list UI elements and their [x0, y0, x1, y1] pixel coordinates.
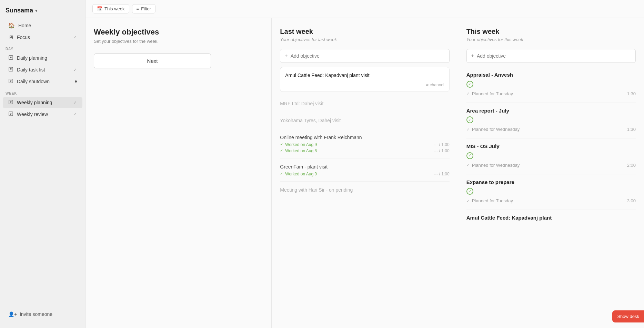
this-week-column: This week Your objectives for this week … — [458, 18, 644, 328]
sidebar-item-home-label: Home — [18, 23, 31, 28]
hari-title: Meeting with Hari Sir - on pending — [280, 186, 449, 194]
worked-aug8-row: ✓ Worked on Aug 8 --- / 1:00 — [280, 148, 449, 154]
filter-button[interactable]: ≡ Filter — [132, 4, 155, 13]
sidebar-item-daily-planning-label: Daily planning — [17, 55, 47, 61]
last-week-objective-online-meeting[interactable]: Online meeting with Frank Reichmann ✓ Wo… — [280, 129, 449, 158]
mis-os-planned-check-icon: ✓ — [466, 163, 470, 167]
area-report-planned: ✓ Planned for Wednesday 1:30 — [466, 125, 636, 133]
sidebar-item-daily-task-list-label: Daily task list — [17, 67, 45, 73]
weekly-review-icon — [8, 111, 13, 117]
sidebar-item-daily-planning[interactable]: Daily planning — [3, 52, 82, 64]
online-meeting-title: Online meeting with Frank Reichmann — [280, 133, 449, 142]
invite-someone-button[interactable]: 👤+ Invite someone — [3, 309, 82, 320]
section-week-label: WEEK — [0, 87, 85, 97]
filter-label: Filter — [141, 6, 151, 11]
mis-os-title: MIS - OS July — [466, 143, 636, 149]
task-list-check-icon: ✓ — [73, 67, 77, 72]
this-week-add-objective-button[interactable]: + Add objective — [466, 49, 636, 63]
last-week-objective-greenfam[interactable]: GreenFam - plant visit ✓ Worked on Aug 9… — [280, 158, 449, 182]
last-week-objective-yokohama[interactable]: Yokohama Tyres, Dahej visit — [280, 112, 449, 129]
main-content: 📅 This week ≡ Filter Weekly objectives S… — [85, 0, 644, 328]
greenfam-check-icon: ✓ — [280, 172, 283, 176]
amul-card-meta: # channel — [285, 83, 444, 87]
worked-aug9-row: ✓ Worked on Aug 9 --- / 1:00 — [280, 142, 449, 148]
task-list-icon — [8, 67, 13, 73]
appraisal-planned: ✓ Planned for Tuesday 1:30 — [466, 90, 636, 98]
yokohama-title: Yokohama Tyres, Dahej visit — [280, 116, 449, 125]
worked-aug8-label: Worked on Aug 8 — [285, 148, 317, 153]
expanse-circle-icon[interactable]: ✓ — [466, 188, 473, 195]
expanse-planned-time: 3:00 — [627, 198, 636, 203]
expanse-planned-label: Planned for Tuesday — [472, 198, 513, 203]
filter-icon: ≡ — [137, 6, 139, 11]
sidebar-item-focus-label: Focus — [17, 35, 30, 40]
area-report-planned-label: Planned for Wednesday — [472, 127, 520, 132]
worked-aug9-time: --- / 1:00 — [434, 142, 449, 147]
appraisal-planned-time: 1:30 — [627, 91, 636, 96]
app-logo[interactable]: Sunsama ▾ — [0, 6, 85, 20]
last-week-add-objective-label: Add objective — [291, 53, 320, 59]
amul-card-title: Amul Cattle Feed: Kapadvanj plant visit — [285, 72, 444, 79]
focus-check-icon: ✓ — [73, 35, 77, 40]
shutdown-icon — [8, 78, 13, 85]
last-week-objective-mrf[interactable]: MRF Ltd: Dahej visit — [280, 95, 449, 112]
expanse-title: Expanse to prepare — [466, 179, 636, 185]
channel-hash-icon: # — [426, 83, 429, 87]
plus-icon2: + — [471, 53, 474, 59]
this-week-objective-amul-cattle[interactable]: Amul Cattle Feed: Kapadvanj plant — [466, 210, 636, 228]
this-week-title: This week — [466, 28, 636, 36]
last-week-objective-hari[interactable]: Meeting with Hari Sir - on pending — [280, 182, 449, 198]
invite-label: Invite someone — [20, 311, 52, 317]
worked-check-icon: ✓ — [280, 142, 283, 147]
home-icon: 🏠 — [8, 22, 15, 29]
columns: Weekly objectives Set your objectives fo… — [85, 18, 644, 328]
sidebar-item-focus[interactable]: 🖥 Focus ✓ — [3, 32, 82, 42]
last-week-title: Last week — [280, 28, 449, 36]
sidebar-item-daily-task-list[interactable]: Daily task list ✓ — [3, 64, 82, 75]
expanse-planned: ✓ Planned for Tuesday 3:00 — [466, 197, 636, 205]
sidebar-item-daily-shutdown-label: Daily shutdown — [17, 79, 50, 84]
this-week-objective-appraisal[interactable]: Appraisal - Anvesh ✓ ✓ Planned for Tuesd… — [466, 67, 636, 103]
sidebar-bottom: 👤+ Invite someone — [0, 306, 85, 322]
this-week-button[interactable]: 📅 This week — [92, 4, 129, 13]
sidebar-item-weekly-planning-label: Weekly planning — [17, 100, 52, 105]
this-week-subtitle: Your objectives for this week — [466, 37, 636, 42]
clipboard-icon — [8, 55, 13, 61]
weekly-planning-check-icon: ✓ — [73, 100, 77, 105]
sidebar-item-weekly-planning[interactable]: Weekly planning ✓ — [3, 97, 82, 108]
last-week-objective-amul[interactable]: Amul Cattle Feed: Kapadvanj plant visit … — [280, 67, 449, 92]
weekly-review-check-icon: ✓ — [73, 112, 77, 117]
mrf-title: MRF Ltd: Dahej visit — [280, 99, 449, 108]
next-button[interactable]: Next — [94, 54, 211, 68]
show-desk-button[interactable]: Show desk — [612, 310, 644, 322]
mis-os-planned-time: 2:00 — [627, 163, 636, 168]
sidebar: Sunsama ▾ 🏠 Home 🖥 Focus ✓ DAY Daily pla… — [0, 0, 85, 328]
add-person-icon: 👤+ — [8, 311, 17, 317]
appraisal-circle-icon[interactable]: ✓ — [466, 81, 473, 88]
greenfam-title: GreenFam - plant visit — [280, 163, 449, 171]
logo-chevron-icon: ▾ — [35, 8, 37, 13]
mis-os-circle-icon[interactable]: ✓ — [466, 152, 473, 159]
appraisal-planned-check-icon: ✓ — [466, 91, 470, 96]
sidebar-item-home[interactable]: 🏠 Home — [3, 20, 82, 31]
area-report-planned-check-icon: ✓ — [466, 127, 470, 132]
last-week-add-objective-button[interactable]: + Add objective — [280, 49, 449, 63]
weekly-objectives-column: Weekly objectives Set your objectives fo… — [85, 18, 272, 328]
last-week-subtitle: Your objectives for last week — [280, 37, 449, 42]
this-week-objective-mis-os[interactable]: MIS - OS July ✓ ✓ Planned for Wednesday … — [466, 138, 636, 174]
appraisal-planned-label: Planned for Tuesday — [472, 91, 513, 96]
weekly-objectives-title: Weekly objectives — [94, 28, 263, 37]
worked-aug9-label: Worked on Aug 9 — [285, 142, 317, 147]
greenfam-worked-time: --- / 1:00 — [434, 172, 449, 176]
area-report-title: Area report - July — [466, 108, 636, 114]
sidebar-item-daily-shutdown[interactable]: Daily shutdown — [3, 76, 82, 87]
this-week-objective-expanse[interactable]: Expanse to prepare ✓ ✓ Planned for Tuesd… — [466, 174, 636, 210]
appraisal-title: Appraisal - Anvesh — [466, 72, 636, 78]
greenfam-worked-row: ✓ Worked on Aug 9 --- / 1:00 — [280, 171, 449, 177]
topbar: 📅 This week ≡ Filter — [85, 0, 644, 18]
expanse-planned-check-icon: ✓ — [466, 199, 470, 203]
calendar-icon: 📅 — [97, 6, 102, 11]
sidebar-item-weekly-review[interactable]: Weekly review ✓ — [3, 109, 82, 120]
this-week-objective-area-report[interactable]: Area report - July ✓ ✓ Planned for Wedne… — [466, 103, 636, 139]
area-report-circle-icon[interactable]: ✓ — [466, 116, 473, 123]
